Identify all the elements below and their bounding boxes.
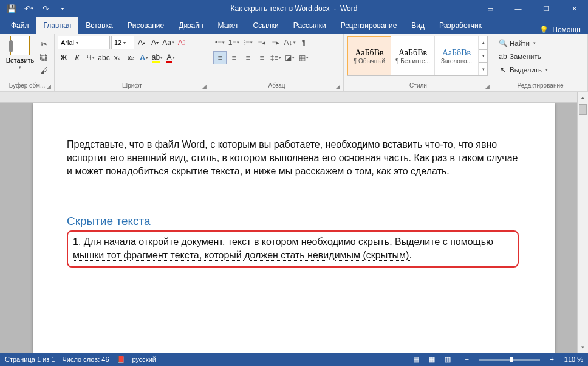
horizontal-ruler[interactable] (0, 92, 577, 103)
style-heading1[interactable]: АаБбВв Заголово... (435, 36, 479, 75)
tab-layout[interactable]: Макет (211, 17, 246, 34)
select-button[interactable]: ↖ Выделить▾ (499, 64, 548, 76)
tab-view[interactable]: Вид (404, 17, 432, 34)
clear-formatting-icon[interactable]: A⃠ (176, 36, 188, 49)
replace-button[interactable]: ab Заменить (499, 50, 548, 63)
font-name-combo[interactable]: Arial▾ (58, 36, 110, 49)
gallery-more-icon[interactable]: ▾ (479, 63, 487, 75)
heading-text[interactable]: Скрытие текста (67, 215, 519, 228)
clipboard-group-label: Буфер обм... (3, 81, 51, 90)
tab-draw[interactable]: Рисование (120, 17, 171, 34)
zoom-out-icon[interactable]: − (462, 356, 472, 363)
tab-file[interactable]: Файл (4, 17, 36, 34)
tell-me-help[interactable]: 💡 Помощн (536, 26, 588, 34)
print-layout-icon[interactable]: ▦ (425, 354, 439, 365)
tab-insert[interactable]: Вставка (78, 17, 120, 34)
hidden-text-paragraph[interactable]: 1. Для начала откройте документ, текст в… (73, 235, 513, 261)
font-dialog-launcher[interactable]: ◢ (200, 83, 208, 90)
select-icon: ↖ (499, 66, 507, 74)
align-right-icon[interactable]: ≡ (241, 51, 255, 64)
decrease-indent-icon[interactable]: ≡◂ (255, 36, 268, 49)
maximize-icon[interactable]: ☐ (532, 0, 560, 17)
shrink-font-icon[interactable]: A▾ (149, 36, 161, 49)
scroll-down-icon[interactable]: ▾ (578, 342, 588, 353)
styles-gallery[interactable]: АаБбВв ¶ Обычный АаБбВв ¶ Без инте... Аа… (347, 36, 488, 76)
qa-customize-icon[interactable]: ▾ (55, 1, 70, 16)
align-justify-icon[interactable]: ≡ (255, 51, 268, 64)
ribbon-display-options-icon[interactable]: ▭ (476, 0, 504, 17)
page-indicator[interactable]: Страница 1 из 1 (5, 356, 55, 363)
tab-home[interactable]: Главная (36, 17, 79, 34)
scroll-up-icon[interactable]: ▴ (578, 92, 588, 103)
editing-group-label: Редактирование (496, 81, 584, 90)
gallery-down-icon[interactable]: ▾ (479, 50, 487, 63)
window-title: Как скрыть текст в Word.docx - Word (231, 4, 358, 13)
scroll-thumb[interactable] (579, 104, 587, 115)
document-page[interactable]: Представьте, что в файл Word, с которым … (33, 103, 555, 353)
tab-review[interactable]: Рецензирование (333, 17, 405, 34)
shading-icon[interactable]: ◪ (283, 51, 296, 64)
sort-icon[interactable]: A↓ (283, 36, 296, 49)
align-center-icon[interactable]: ≡ (227, 51, 241, 64)
italic-button[interactable]: К (71, 51, 83, 64)
increase-indent-icon[interactable]: ≡▸ (269, 36, 282, 49)
tab-mailings[interactable]: Рассылки (286, 17, 333, 34)
zoom-slider[interactable] (479, 359, 540, 361)
align-left-icon[interactable]: ≡ (213, 51, 227, 64)
zoom-in-icon[interactable]: + (547, 356, 557, 363)
font-group-label: Шрифт (58, 81, 207, 90)
cut-icon[interactable]: ✂ (38, 38, 49, 49)
borders-icon[interactable]: ▦ (297, 51, 310, 64)
text-effects-icon[interactable]: A (138, 51, 150, 64)
clipboard-dialog-launcher[interactable]: ◢ (45, 83, 52, 90)
show-paragraph-marks-icon[interactable]: ¶ (297, 36, 310, 49)
undo-icon[interactable]: ↶▾ (21, 1, 36, 16)
paste-label: Вставить (6, 57, 35, 64)
strikethrough-icon[interactable]: abc (98, 51, 110, 64)
zoom-level[interactable]: 110 % (564, 356, 583, 363)
line-spacing-icon[interactable]: ‡≡ (269, 51, 282, 64)
paragraph-group-label: Абзац (213, 81, 340, 90)
gallery-up-icon[interactable]: ▴ (479, 36, 487, 50)
redo-icon[interactable]: ↷ (38, 1, 53, 16)
close-icon[interactable]: ✕ (560, 0, 588, 17)
styles-dialog-launcher[interactable]: ◢ (484, 83, 491, 90)
read-mode-icon[interactable]: ▤ (409, 354, 423, 365)
search-icon: 🔍 (499, 39, 507, 47)
subscript-icon[interactable]: x2 (111, 51, 123, 64)
tab-developer[interactable]: Разработчик (432, 17, 489, 34)
proofing-icon[interactable]: 📕 (117, 356, 125, 364)
tab-design[interactable]: Дизайн (171, 17, 210, 34)
styles-group-label: Стили (347, 81, 490, 90)
change-case-icon[interactable]: Aa (162, 36, 174, 49)
paste-icon (10, 36, 30, 55)
highlighted-region: 1. Для начала откройте документ, текст в… (67, 230, 519, 268)
font-color-icon[interactable]: A (165, 51, 177, 64)
format-painter-icon[interactable]: 🖌 (38, 65, 49, 76)
style-no-spacing[interactable]: АаБбВв ¶ Без инте... (391, 36, 435, 75)
multilevel-list-icon[interactable]: ⁝≡ (241, 36, 255, 49)
bold-button[interactable]: Ж (58, 51, 70, 64)
replace-icon: ab (499, 52, 507, 61)
body-paragraph[interactable]: Представьте, что в файл Word, с которым … (67, 138, 519, 178)
grow-font-icon[interactable]: A▴ (135, 36, 148, 49)
paste-button[interactable]: Вставить ▾ (3, 36, 37, 70)
underline-button[interactable]: Ч (84, 51, 97, 64)
save-icon[interactable]: 💾 (4, 1, 19, 16)
bullets-icon[interactable]: •≡ (213, 36, 227, 49)
highlight-color-icon[interactable]: ab (151, 51, 163, 64)
vertical-scrollbar[interactable]: ▴ ▾ (577, 92, 588, 353)
tab-references[interactable]: Ссылки (246, 17, 286, 34)
web-layout-icon[interactable]: ▥ (440, 354, 455, 365)
paragraph-dialog-launcher[interactable]: ◢ (334, 83, 341, 90)
numbering-icon[interactable]: 1≡ (227, 36, 241, 49)
find-button[interactable]: 🔍 Найти▾ (499, 37, 548, 49)
style-normal[interactable]: АаБбВв ¶ Обычный (347, 36, 391, 75)
language-indicator[interactable]: русский (132, 356, 156, 363)
minimize-icon[interactable]: — (504, 0, 532, 17)
word-count[interactable]: Число слов: 46 (62, 356, 109, 363)
copy-icon[interactable]: ⿻ (38, 52, 49, 63)
lightbulb-icon: 💡 (539, 26, 549, 34)
font-size-combo[interactable]: 12▾ (111, 36, 134, 49)
superscript-icon[interactable]: x2 (125, 51, 137, 64)
